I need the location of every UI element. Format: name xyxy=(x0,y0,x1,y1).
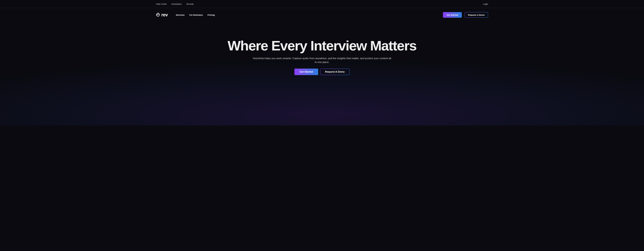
top-link-help-center[interactable]: Help Center xyxy=(156,3,167,5)
hero-subheadline: VoiceHub helps you work smarter. Capture… xyxy=(252,56,392,64)
brand-logo[interactable]: rev xyxy=(156,12,168,17)
nav-cta-group: Get Started Request a Demo xyxy=(443,12,488,18)
nav-link-for-business[interactable]: For Business xyxy=(190,14,203,16)
main-nav: rev Services For Business Pricing Get St… xyxy=(0,8,644,21)
hero-section: Where Every Interview Matters VoiceHub h… xyxy=(0,21,644,82)
top-link-developers[interactable]: Developers xyxy=(172,3,182,5)
hero-get-started-button[interactable]: Get Started xyxy=(294,69,318,75)
nav-link-services[interactable]: Services xyxy=(176,14,185,16)
hero-cta-group: Get Started Request A Demo xyxy=(9,69,635,75)
hero-request-demo-button[interactable]: Request A Demo xyxy=(320,69,350,75)
nav-link-pricing[interactable]: Pricing xyxy=(208,14,215,16)
login-link[interactable]: Login xyxy=(483,3,488,5)
main-nav-links: Services For Business Pricing xyxy=(176,14,215,16)
top-bar: Help Center Developers Security Login xyxy=(0,0,644,8)
brand-name: rev xyxy=(161,12,168,17)
hero-headline: Where Every Interview Matters xyxy=(9,38,635,53)
request-demo-button[interactable]: Request a Demo xyxy=(465,12,488,18)
top-link-security[interactable]: Security xyxy=(186,3,194,5)
rev-logo-icon xyxy=(156,13,160,17)
get-started-button[interactable]: Get Started xyxy=(443,12,462,18)
top-links-left: Help Center Developers Security xyxy=(156,3,194,5)
